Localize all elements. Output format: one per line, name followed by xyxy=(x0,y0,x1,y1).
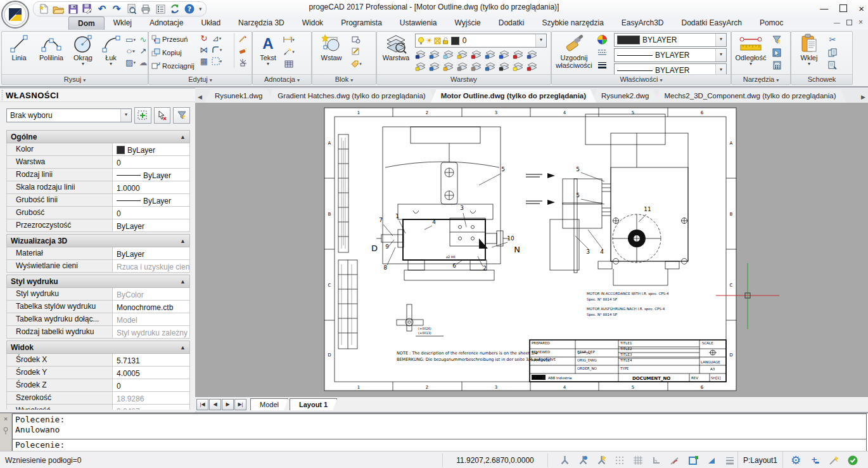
qat-overflow-arrow[interactable]: ▾ xyxy=(199,6,202,12)
color-wheel-icon[interactable] xyxy=(596,34,608,45)
insert-block-button[interactable]: Wstaw xyxy=(316,34,347,62)
group-label-block[interactable]: Blok▾ xyxy=(312,74,376,84)
select-add-button[interactable] xyxy=(134,107,151,124)
layer-manager-button[interactable]: Warstwa xyxy=(380,34,412,62)
color-combo[interactable]: BYLAYER▾ xyxy=(614,33,727,47)
group-label-clipboard[interactable]: Schowek xyxy=(791,74,852,84)
progecad-logo-icon[interactable] xyxy=(1,1,29,29)
rotate-icon[interactable]: ↻ xyxy=(198,33,210,44)
layer-combo-arrow[interactable]: ▾ xyxy=(535,34,546,47)
minimize-button[interactable]: — xyxy=(820,4,828,13)
move-button[interactable]: Przesuń xyxy=(151,33,195,46)
layer-unknown-icon[interactable] xyxy=(513,49,524,60)
layer-paint-icon[interactable] xyxy=(471,61,482,72)
doc-minimize-button[interactable]: — xyxy=(834,19,840,26)
arc-dropdown-arrow[interactable]: ▾ xyxy=(98,62,124,67)
property-value[interactable]: 0 xyxy=(113,379,189,391)
text-button[interactable]: A Tekst ▾ xyxy=(255,34,281,67)
ray-icon[interactable]: ↗ xyxy=(137,46,149,56)
coordinates-display[interactable]: 11.9207,2.6870,0.0000 xyxy=(442,453,548,467)
cut-icon[interactable]: ✂ xyxy=(827,34,838,45)
redo-icon[interactable]: ↷ xyxy=(110,3,123,15)
layer-off-icon[interactable] xyxy=(415,49,426,60)
layer-check-icon[interactable] xyxy=(485,61,496,72)
property-value[interactable]: ByLayer xyxy=(113,219,189,231)
match-properties-button[interactable]: Uzgodnij właściwości xyxy=(553,34,595,69)
drawing-canvas[interactable]: .k{stroke:#000;fill:none;stroke-width:0.… xyxy=(195,103,868,396)
layer-match-icon[interactable] xyxy=(499,49,510,60)
property-value[interactable]: 0 xyxy=(113,156,189,168)
trim-icon[interactable]: ⊿▾ xyxy=(211,33,222,44)
polyline-button[interactable]: Polilinia xyxy=(35,34,68,62)
block-edit-icon[interactable] xyxy=(350,34,362,45)
collapse-icon[interactable]: ▲ xyxy=(180,278,186,285)
dynamic-input-toggle[interactable] xyxy=(686,453,701,467)
document-tab[interactable]: Mechs2_3D_Component.dwg (tylko do przegl… xyxy=(654,89,846,103)
collapse-icon[interactable]: ▲ xyxy=(180,134,186,140)
group-label-draw[interactable]: Rysuj▾ xyxy=(2,74,148,84)
section-header-styl-wydruku[interactable]: Styl wydruku▲ xyxy=(6,275,190,288)
layer-mark-icon[interactable] xyxy=(471,49,482,60)
doc-tabs-scroll-left-icon[interactable]: ◀ xyxy=(195,94,205,103)
deselect-button[interactable] xyxy=(154,107,171,124)
layer-thaw-icon[interactable] xyxy=(443,61,454,72)
rectangle-icon[interactable]: ▭▾ xyxy=(125,34,136,45)
ribbon-tab-easyarch3d[interactable]: EasyArch3D xyxy=(613,16,673,30)
section-header-wizualizacja-3d[interactable]: Wizualizacja 3D▲ xyxy=(6,234,190,247)
circle-button[interactable]: Okrąg ▾ xyxy=(69,34,97,67)
copy-button[interactable]: Kopiuj xyxy=(151,46,195,59)
property-value[interactable]: Styl wydruku zależny od... xyxy=(113,326,189,338)
layer-highlight-icon[interactable] xyxy=(513,61,524,72)
maximize-button[interactable] xyxy=(839,4,847,12)
property-value[interactable]: 1.0000 xyxy=(113,181,189,193)
array-icon[interactable]: ▦ xyxy=(198,56,210,67)
grid-lines-toggle[interactable] xyxy=(630,453,646,467)
section-header-ogólne[interactable]: Ogólne▲ xyxy=(6,130,190,143)
filter-icon[interactable] xyxy=(771,34,782,45)
grid-dots-toggle[interactable] xyxy=(612,453,627,467)
properties-header[interactable]: WŁASNOŚCI xyxy=(0,89,195,102)
last-tab-button[interactable]: ▶| xyxy=(234,399,246,410)
ribbon-tab-pomoc[interactable]: Pomoc xyxy=(751,16,792,30)
text-dropdown-arrow[interactable]: ▾ xyxy=(255,62,281,67)
distance-dropdown-arrow[interactable]: ▾ xyxy=(733,62,769,67)
linetype-list-icon[interactable] xyxy=(596,47,608,58)
leader-icon[interactable]: ▾ xyxy=(283,46,295,57)
mirror-icon[interactable]: ⋈ xyxy=(198,44,210,55)
group-label-tools[interactable]: Narzędzia▾ xyxy=(732,74,790,84)
property-value[interactable]: ByLayer xyxy=(113,169,189,181)
next-tab-button[interactable]: ▶ xyxy=(222,399,234,410)
command-pin-icon[interactable] xyxy=(3,427,9,434)
esnap-quick-toggle[interactable] xyxy=(594,453,609,467)
ribbon-tab-wyjście[interactable]: Wyjście xyxy=(446,16,490,30)
updates-ok-icon[interactable] xyxy=(845,453,860,467)
ribbon-tab-ustawienia[interactable]: Ustawienia xyxy=(391,16,446,30)
paste-button[interactable]: Wklej ▾ xyxy=(795,34,823,67)
quick-filter-button[interactable] xyxy=(173,107,190,124)
group-label-annotation[interactable]: Adnotacja▾ xyxy=(253,74,311,84)
doc-tabs-scroll-right-icon[interactable]: ▶ xyxy=(858,94,868,103)
ribbon-tab-dodatki-easyarch[interactable]: Dodatki EasyArch xyxy=(673,16,751,30)
layer-merge-icon[interactable] xyxy=(527,61,538,72)
add-workspace-icon[interactable]: + xyxy=(807,453,822,467)
layer-previous-icon[interactable] xyxy=(499,61,510,72)
group-label-layers[interactable]: Warstwy xyxy=(377,74,551,84)
options-list-icon[interactable] xyxy=(154,3,167,15)
ribbon-tab-szybkie-narzędzia[interactable]: Szybkie narzędzia xyxy=(533,16,612,30)
group-label-modify[interactable]: Edytuj▾ xyxy=(149,74,252,84)
ribbon-tab-narzędzia-3d[interactable]: Narzędzia 3D xyxy=(229,16,293,30)
property-value[interactable]: 18.9286 xyxy=(113,392,189,404)
command-close-icon[interactable]: × xyxy=(4,415,8,423)
ribbon-tab-programista[interactable]: Programista xyxy=(332,16,391,30)
group-label-properties[interactable]: Właściwości▾ xyxy=(552,74,731,84)
tab-model[interactable]: Model xyxy=(250,398,288,410)
open-file-icon[interactable] xyxy=(52,3,65,15)
edit-length-icon[interactable] xyxy=(237,33,248,44)
layer-select-combo[interactable]: ☀ 0 ▾ xyxy=(415,34,547,48)
calculator-icon[interactable] xyxy=(771,60,782,70)
esnap-tracking-toggle[interactable] xyxy=(575,453,590,467)
first-tab-button[interactable]: |◀ xyxy=(196,399,208,410)
layer-on-icon[interactable] xyxy=(415,61,426,72)
close-button[interactable]: × xyxy=(858,3,864,14)
distance-button[interactable]: Odległość ▾ xyxy=(733,34,769,67)
